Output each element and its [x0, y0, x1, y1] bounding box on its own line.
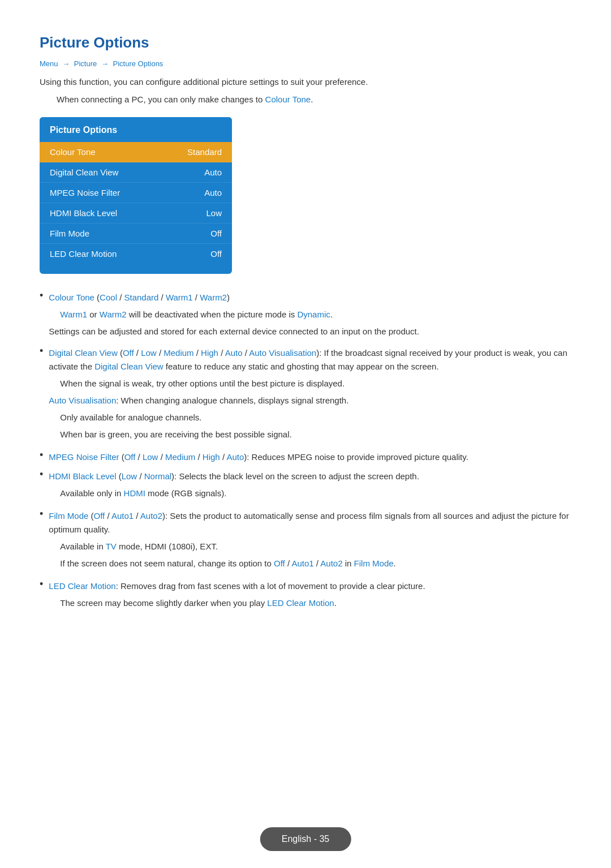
- hdmi-sub1: Available only in HDMI mode (RGB signals…: [60, 487, 571, 500]
- link-tv-mode[interactable]: TV: [106, 542, 117, 551]
- picture-options-box-title: Picture Options: [40, 117, 232, 142]
- menu-value-mpeg-noise: Auto: [204, 188, 222, 197]
- menu-row-hdmi-black[interactable]: HDMI Black Level Low: [40, 203, 232, 224]
- link-led-clear-motion[interactable]: LED Clear Motion: [49, 581, 115, 591]
- menu-value-film-mode: Off: [210, 229, 222, 238]
- link-dcv-high[interactable]: High: [201, 348, 218, 358]
- link-dcv-auto-vis[interactable]: Auto Visualisation: [249, 348, 316, 358]
- link-cool[interactable]: Cool: [100, 293, 117, 302]
- link-dcv-low[interactable]: Low: [141, 348, 157, 358]
- dcv-sub2: Auto Visualisation: When changing analog…: [49, 394, 571, 407]
- link-colour-tone[interactable]: Colour Tone: [49, 293, 94, 302]
- led-sub1: The screen may become slightly darker wh…: [60, 596, 571, 610]
- dcv-sub3: Only available for analogue channels.: [60, 411, 571, 424]
- footer-text: English - 35: [282, 834, 330, 844]
- dcv-sub4: When bar is green, you are receiving the…: [60, 428, 571, 441]
- breadcrumb-arrow-1: →: [62, 59, 72, 68]
- bullet-dot-5: •: [40, 508, 43, 520]
- menu-value-led-clear-motion: Off: [210, 249, 222, 259]
- bullet-hdmi-black: • HDMI Black Level (Low / Normal): Selec…: [40, 470, 571, 504]
- menu-label-hdmi-black: HDMI Black Level: [50, 208, 117, 218]
- link-mpeg-low[interactable]: Low: [143, 452, 158, 462]
- page-title: Picture Options: [40, 34, 571, 51]
- colour-tone-link[interactable]: Colour Tone: [265, 94, 311, 104]
- bullet-dot-6: •: [40, 578, 43, 590]
- colour-tone-sub1: Warm1 or Warm2 will be deactivated when …: [60, 308, 571, 321]
- link-warm2[interactable]: Warm2: [200, 293, 227, 302]
- link-standard[interactable]: Standard: [124, 293, 158, 302]
- breadcrumb: Menu → Picture → Picture Options: [40, 59, 571, 68]
- link-mpeg-high[interactable]: High: [203, 452, 220, 462]
- menu-value-colour-tone: Standard: [187, 147, 222, 157]
- menu-label-mpeg-noise: MPEG Noise Filter: [50, 188, 120, 197]
- bullet-content-colour-tone: Colour Tone (Cool / Standard / Warm1 / W…: [49, 291, 571, 341]
- menu-rows: Colour Tone Standard Digital Clean View …: [40, 142, 232, 264]
- bullet-digital-clean-view: • Digital Clean View (Off / Low / Medium…: [40, 346, 571, 445]
- bullet-led-clear-motion: • LED Clear Motion: Removes drag from fa…: [40, 579, 571, 613]
- bullet-content-film: Film Mode (Off / Auto1 / Auto2): Sets th…: [49, 509, 571, 574]
- link-hdmi-black[interactable]: HDMI Black Level: [49, 471, 116, 481]
- bullet-content-dcv: Digital Clean View (Off / Low / Medium /…: [49, 346, 571, 445]
- link-film-mode[interactable]: Film Mode: [49, 511, 88, 521]
- link-dcv-feature[interactable]: Digital Clean View: [94, 362, 163, 371]
- breadcrumb-arrow-2: →: [101, 59, 111, 68]
- picture-options-box: Picture Options Colour Tone Standard Dig…: [40, 117, 232, 274]
- intro-text: Using this function, you can configure a…: [40, 76, 571, 89]
- link-warm1-sub[interactable]: Warm1: [60, 310, 87, 319]
- menu-row-film-mode[interactable]: Film Mode Off: [40, 224, 232, 244]
- link-hdmi-normal[interactable]: Normal: [144, 471, 171, 481]
- link-film-off2[interactable]: Off: [274, 558, 285, 568]
- link-dcv[interactable]: Digital Clean View: [49, 348, 117, 358]
- indent-note: When connecting a PC, you can only make …: [57, 93, 571, 106]
- link-auto-vis[interactable]: Auto Visualisation: [49, 396, 116, 405]
- menu-label-colour-tone: Colour Tone: [50, 147, 96, 157]
- bullet-dot-1: •: [40, 290, 43, 302]
- link-hdmi-mode[interactable]: HDMI: [124, 488, 145, 498]
- link-film-off[interactable]: Off: [94, 511, 105, 521]
- bullet-dot-3: •: [40, 449, 43, 461]
- link-warm2-sub[interactable]: Warm2: [100, 310, 127, 319]
- link-hdmi-low[interactable]: Low: [122, 471, 137, 481]
- link-film-auto2[interactable]: Auto2: [140, 511, 162, 521]
- menu-label-film-mode: Film Mode: [50, 229, 89, 238]
- link-dynamic[interactable]: Dynamic: [297, 310, 330, 319]
- menu-value-hdmi-black: Low: [206, 208, 222, 218]
- bullet-dot-4: •: [40, 469, 43, 480]
- bullet-content-led: LED Clear Motion: Removes drag from fast…: [49, 579, 571, 613]
- menu-row-mpeg-noise[interactable]: MPEG Noise Filter Auto: [40, 183, 232, 203]
- menu-label-digital-clean-view: Digital Clean View: [50, 167, 118, 177]
- bullet-film-mode: • Film Mode (Off / Auto1 / Auto2): Sets …: [40, 509, 571, 574]
- menu-value-digital-clean-view: Auto: [204, 167, 222, 177]
- bullet-content-mpeg: MPEG Noise Filter (Off / Low / Medium / …: [49, 450, 571, 464]
- menu-label-led-clear-motion: LED Clear Motion: [50, 249, 117, 259]
- menu-row-led-clear-motion[interactable]: LED Clear Motion Off: [40, 244, 232, 264]
- colour-tone-sub2: Settings can be adjusted and stored for …: [49, 325, 571, 338]
- bullet-dot-2: •: [40, 345, 43, 357]
- link-mpeg-off[interactable]: Off: [124, 452, 136, 462]
- link-dcv-auto[interactable]: Auto: [225, 348, 243, 358]
- link-film-auto1[interactable]: Auto1: [111, 511, 134, 521]
- breadcrumb-menu: Menu: [40, 59, 58, 68]
- bullet-colour-tone: • Colour Tone (Cool / Standard / Warm1 /…: [40, 291, 571, 341]
- footer: English - 35: [260, 827, 351, 851]
- link-led-clear-motion2[interactable]: LED Clear Motion: [267, 598, 334, 608]
- menu-row-colour-tone[interactable]: Colour Tone Standard: [40, 142, 232, 162]
- link-film-auto1-2[interactable]: Auto1: [291, 558, 313, 568]
- menu-row-digital-clean-view[interactable]: Digital Clean View Auto: [40, 162, 232, 183]
- bullet-content-hdmi: HDMI Black Level (Low / Normal): Selects…: [49, 470, 571, 504]
- link-mpeg-medium[interactable]: Medium: [165, 452, 195, 462]
- dcv-sub1: When the signal is weak, try other optio…: [60, 377, 571, 390]
- breadcrumb-picture: Picture: [74, 59, 97, 68]
- bullet-mpeg-noise: • MPEG Noise Filter (Off / Low / Medium …: [40, 450, 571, 464]
- film-sub2: If the screen does not seem natural, cha…: [60, 557, 571, 570]
- link-film-auto2-2[interactable]: Auto2: [320, 558, 342, 568]
- film-sub1: Available in TV mode, HDMI (1080i), EXT.: [60, 540, 571, 553]
- link-warm1[interactable]: Warm1: [166, 293, 193, 302]
- link-mpeg-auto[interactable]: Auto: [226, 452, 244, 462]
- link-dcv-medium[interactable]: Medium: [163, 348, 193, 358]
- link-dcv-off[interactable]: Off: [123, 348, 134, 358]
- link-film-mode2[interactable]: Film Mode: [354, 558, 394, 568]
- breadcrumb-options: Picture Options: [113, 59, 163, 68]
- link-mpeg[interactable]: MPEG Noise Filter: [49, 452, 119, 462]
